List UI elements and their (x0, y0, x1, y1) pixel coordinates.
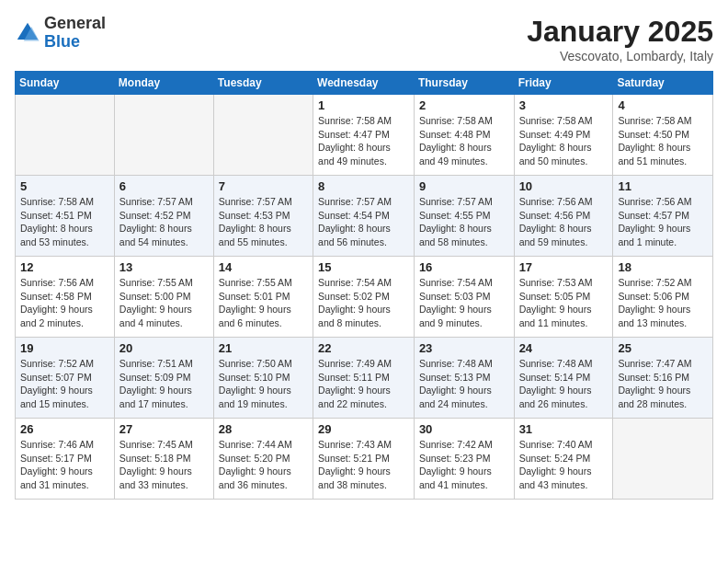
day-info: Sunrise: 7:48 AMSunset: 5:13 PMDaylight:… (419, 357, 509, 411)
day-number: 16 (419, 260, 509, 274)
calendar-week-1: 1Sunrise: 7:58 AMSunset: 4:47 PMDaylight… (16, 95, 713, 176)
day-number: 21 (219, 341, 308, 355)
day-number: 23 (419, 341, 509, 355)
day-info: Sunrise: 7:54 AMSunset: 5:03 PMDaylight:… (419, 276, 509, 330)
logo-general-text: General (44, 14, 106, 32)
calendar-cell: 11Sunrise: 7:56 AMSunset: 4:57 PMDayligh… (613, 176, 713, 257)
calendar-cell: 7Sunrise: 7:57 AMSunset: 4:53 PMDaylight… (213, 176, 313, 257)
day-info: Sunrise: 7:57 AMSunset: 4:55 PMDaylight:… (419, 195, 509, 249)
calendar-cell: 2Sunrise: 7:58 AMSunset: 4:48 PMDaylight… (414, 95, 514, 176)
calendar-cell: 9Sunrise: 7:57 AMSunset: 4:55 PMDaylight… (414, 176, 514, 257)
page-header: General Blue January 2025 Vescovato, Lom… (15, 15, 713, 63)
calendar-cell: 8Sunrise: 7:57 AMSunset: 4:54 PMDaylight… (313, 176, 415, 257)
day-info: Sunrise: 7:55 AMSunset: 5:01 PMDaylight:… (219, 276, 308, 330)
day-number: 13 (119, 260, 209, 274)
day-number: 17 (519, 260, 609, 274)
logo-icon (15, 20, 40, 46)
calendar-cell: 30Sunrise: 7:42 AMSunset: 5:23 PMDayligh… (414, 419, 514, 500)
day-info: Sunrise: 7:54 AMSunset: 5:02 PMDaylight:… (318, 276, 409, 330)
calendar-cell: 16Sunrise: 7:54 AMSunset: 5:03 PMDayligh… (414, 257, 514, 338)
day-number: 27 (119, 422, 209, 436)
day-number: 18 (618, 260, 708, 274)
calendar-cell: 1Sunrise: 7:58 AMSunset: 4:47 PMDaylight… (313, 95, 415, 176)
day-number: 9 (419, 179, 509, 193)
location-text: Vescovato, Lombardy, Italy (527, 49, 713, 63)
calendar-cell: 27Sunrise: 7:45 AMSunset: 5:18 PMDayligh… (114, 419, 213, 500)
weekday-header-sunday: Sunday (16, 72, 115, 95)
calendar-table: SundayMondayTuesdayWednesdayThursdayFrid… (15, 71, 713, 500)
calendar-cell: 5Sunrise: 7:58 AMSunset: 4:51 PMDaylight… (16, 176, 115, 257)
day-number: 2 (419, 98, 509, 112)
calendar-cell: 17Sunrise: 7:53 AMSunset: 5:05 PMDayligh… (514, 257, 613, 338)
day-number: 3 (519, 98, 609, 112)
day-info: Sunrise: 7:42 AMSunset: 5:23 PMDaylight:… (419, 438, 509, 492)
calendar-cell: 22Sunrise: 7:49 AMSunset: 5:11 PMDayligh… (313, 338, 415, 419)
calendar-week-3: 12Sunrise: 7:56 AMSunset: 4:58 PMDayligh… (16, 257, 713, 338)
day-number: 5 (20, 179, 109, 193)
day-info: Sunrise: 7:58 AMSunset: 4:51 PMDaylight:… (20, 195, 109, 249)
weekday-header-monday: Monday (114, 72, 213, 95)
calendar-cell: 25Sunrise: 7:47 AMSunset: 5:16 PMDayligh… (613, 338, 713, 419)
calendar-cell: 31Sunrise: 7:40 AMSunset: 5:24 PMDayligh… (514, 419, 613, 500)
calendar-week-2: 5Sunrise: 7:58 AMSunset: 4:51 PMDaylight… (16, 176, 713, 257)
calendar-cell: 29Sunrise: 7:43 AMSunset: 5:21 PMDayligh… (313, 419, 415, 500)
day-info: Sunrise: 7:58 AMSunset: 4:47 PMDaylight:… (318, 114, 409, 168)
day-number: 22 (318, 341, 409, 355)
calendar-cell (213, 95, 313, 176)
day-info: Sunrise: 7:53 AMSunset: 5:05 PMDaylight:… (519, 276, 609, 330)
calendar-cell: 24Sunrise: 7:48 AMSunset: 5:14 PMDayligh… (514, 338, 613, 419)
logo-blue-text: Blue (44, 32, 80, 51)
day-info: Sunrise: 7:52 AMSunset: 5:07 PMDaylight:… (20, 357, 109, 411)
calendar-cell: 15Sunrise: 7:54 AMSunset: 5:02 PMDayligh… (313, 257, 415, 338)
day-info: Sunrise: 7:46 AMSunset: 5:17 PMDaylight:… (20, 438, 109, 492)
day-info: Sunrise: 7:56 AMSunset: 4:56 PMDaylight:… (519, 195, 609, 249)
day-number: 31 (519, 422, 609, 436)
day-number: 6 (119, 179, 209, 193)
day-info: Sunrise: 7:55 AMSunset: 5:00 PMDaylight:… (119, 276, 209, 330)
weekday-header-wednesday: Wednesday (313, 72, 415, 95)
day-info: Sunrise: 7:49 AMSunset: 5:11 PMDaylight:… (318, 357, 409, 411)
weekday-header-row: SundayMondayTuesdayWednesdayThursdayFrid… (16, 72, 713, 95)
calendar-cell: 14Sunrise: 7:55 AMSunset: 5:01 PMDayligh… (213, 257, 313, 338)
calendar-cell: 12Sunrise: 7:56 AMSunset: 4:58 PMDayligh… (16, 257, 115, 338)
day-number: 12 (20, 260, 109, 274)
calendar-cell: 19Sunrise: 7:52 AMSunset: 5:07 PMDayligh… (16, 338, 115, 419)
calendar-cell: 6Sunrise: 7:57 AMSunset: 4:52 PMDaylight… (114, 176, 213, 257)
day-number: 25 (618, 341, 708, 355)
day-number: 24 (519, 341, 609, 355)
calendar-cell: 20Sunrise: 7:51 AMSunset: 5:09 PMDayligh… (114, 338, 213, 419)
day-number: 4 (618, 98, 708, 112)
calendar-week-5: 26Sunrise: 7:46 AMSunset: 5:17 PMDayligh… (16, 419, 713, 500)
day-info: Sunrise: 7:57 AMSunset: 4:53 PMDaylight:… (219, 195, 308, 249)
day-number: 28 (219, 422, 308, 436)
calendar-cell (613, 419, 713, 500)
day-number: 7 (219, 179, 308, 193)
calendar-cell: 10Sunrise: 7:56 AMSunset: 4:56 PMDayligh… (514, 176, 613, 257)
calendar-cell (16, 95, 115, 176)
weekday-header-thursday: Thursday (414, 72, 514, 95)
calendar-cell (114, 95, 213, 176)
day-info: Sunrise: 7:58 AMSunset: 4:49 PMDaylight:… (519, 114, 609, 168)
month-title: January 2025 (527, 15, 713, 49)
calendar-cell: 23Sunrise: 7:48 AMSunset: 5:13 PMDayligh… (414, 338, 514, 419)
day-info: Sunrise: 7:56 AMSunset: 4:57 PMDaylight:… (618, 195, 708, 249)
day-number: 8 (318, 179, 409, 193)
day-number: 11 (618, 179, 708, 193)
calendar-week-4: 19Sunrise: 7:52 AMSunset: 5:07 PMDayligh… (16, 338, 713, 419)
day-info: Sunrise: 7:47 AMSunset: 5:16 PMDaylight:… (618, 357, 708, 411)
calendar-cell: 4Sunrise: 7:58 AMSunset: 4:50 PMDaylight… (613, 95, 713, 176)
day-info: Sunrise: 7:51 AMSunset: 5:09 PMDaylight:… (119, 357, 209, 411)
day-info: Sunrise: 7:40 AMSunset: 5:24 PMDaylight:… (519, 438, 609, 492)
day-info: Sunrise: 7:57 AMSunset: 4:52 PMDaylight:… (119, 195, 209, 249)
day-number: 30 (419, 422, 509, 436)
calendar-cell: 3Sunrise: 7:58 AMSunset: 4:49 PMDaylight… (514, 95, 613, 176)
day-info: Sunrise: 7:48 AMSunset: 5:14 PMDaylight:… (519, 357, 609, 411)
calendar-cell: 13Sunrise: 7:55 AMSunset: 5:00 PMDayligh… (114, 257, 213, 338)
title-area: January 2025 Vescovato, Lombardy, Italy (527, 15, 713, 63)
day-info: Sunrise: 7:45 AMSunset: 5:18 PMDaylight:… (119, 438, 209, 492)
calendar-cell: 28Sunrise: 7:44 AMSunset: 5:20 PMDayligh… (213, 419, 313, 500)
day-info: Sunrise: 7:43 AMSunset: 5:21 PMDaylight:… (318, 438, 409, 492)
calendar-cell: 26Sunrise: 7:46 AMSunset: 5:17 PMDayligh… (16, 419, 115, 500)
day-number: 19 (20, 341, 109, 355)
day-info: Sunrise: 7:44 AMSunset: 5:20 PMDaylight:… (219, 438, 308, 492)
